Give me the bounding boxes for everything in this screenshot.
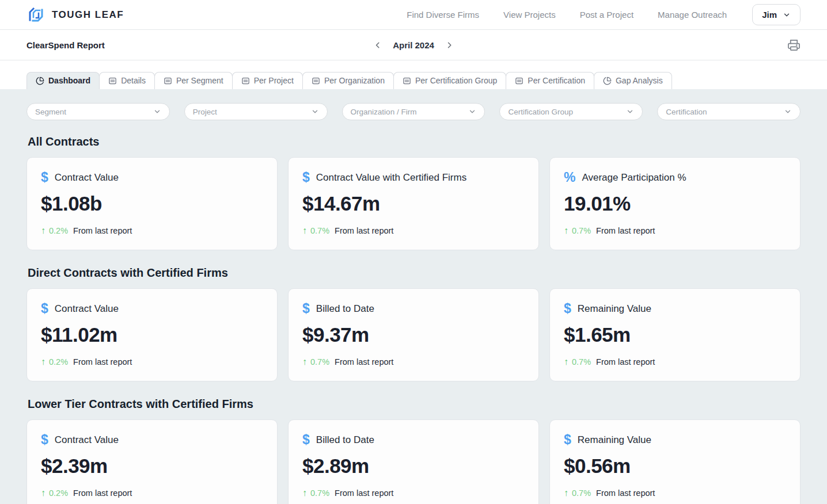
period-picker: April 2024 xyxy=(373,40,454,50)
tab-label: Details xyxy=(121,76,146,85)
metric-card-average-participation: % Average Participation % 19.01% ↑ 0.7% … xyxy=(549,157,801,250)
tab-per-organization[interactable]: Per Organization xyxy=(302,72,394,89)
nav-find-diverse-firms[interactable]: Find Diverse Firms xyxy=(407,10,479,20)
tab-label: Per Project xyxy=(254,76,294,85)
delta-note: From last report xyxy=(596,488,655,498)
organization-filter-dropdown[interactable]: Organization / Firm xyxy=(342,103,485,120)
metric-value: $11.02m xyxy=(41,323,263,346)
tab-per-certification-group[interactable]: Per Certification Group xyxy=(393,72,506,89)
delta-note: From last report xyxy=(73,488,132,498)
metric-label: Remaining Value xyxy=(578,434,651,446)
metric-card-lower-tier-billed-to-date: $ Billed to Date $2.89m ↑ 0.7% From last… xyxy=(288,419,539,504)
metric-card-contract-value-certified: $ Contract Value with Certified Firms $1… xyxy=(288,157,539,250)
arrow-up-icon: ↑ xyxy=(41,226,45,236)
arrow-up-icon: ↑ xyxy=(564,488,568,498)
delta-percent: 0.2% xyxy=(49,488,68,498)
delta-percent: 0.7% xyxy=(310,488,329,498)
delta-note: From last report xyxy=(335,226,393,235)
dashboard-content: Segment Project Organization / Firm Cert… xyxy=(0,89,827,504)
tab-label: Per Organization xyxy=(324,76,385,85)
brand-logo[interactable]: TOUGH LEAF xyxy=(26,5,124,25)
tab-dashboard[interactable]: Dashboard xyxy=(26,72,100,89)
tab-gap-analysis[interactable]: Gap Analysis xyxy=(594,72,672,89)
delta-note: From last report xyxy=(335,357,393,366)
user-name: Jim xyxy=(762,10,777,20)
list-card-icon xyxy=(312,77,320,85)
list-card-icon xyxy=(241,77,250,85)
tab-label: Per Certification Group xyxy=(415,76,497,85)
chevron-down-icon xyxy=(626,108,634,116)
pie-chart-icon xyxy=(36,77,44,85)
segment-filter-dropdown[interactable]: Segment xyxy=(26,103,170,120)
top-navigation: TOUGH LEAF Find Diverse Firms View Proje… xyxy=(0,0,827,30)
next-month-button[interactable] xyxy=(445,40,454,50)
chevron-down-icon xyxy=(784,108,792,116)
delta-note: From last report xyxy=(335,488,393,498)
certification-group-filter-dropdown[interactable]: Certification Group xyxy=(499,103,643,120)
previous-month-button[interactable] xyxy=(373,40,382,50)
arrow-up-icon: ↑ xyxy=(302,357,307,367)
metric-label: Contract Value xyxy=(55,434,119,446)
delta-percent: 0.7% xyxy=(572,226,591,235)
nav-manage-outreach[interactable]: Manage Outreach xyxy=(658,10,727,20)
tab-per-project[interactable]: Per Project xyxy=(232,72,303,89)
section-title-direct-contracts: Direct Contracts with Certified Firms xyxy=(28,266,801,280)
tough-leaf-logo-icon xyxy=(26,5,46,25)
percent-icon: % xyxy=(564,171,575,184)
delta-percent: 0.7% xyxy=(310,226,329,235)
list-card-icon xyxy=(515,77,523,85)
metric-value: $2.89m xyxy=(302,455,525,478)
card-row: $ Contract Value $1.08b ↑ 0.2% From last… xyxy=(26,157,801,250)
tab-label: Per Segment xyxy=(176,76,223,85)
tab-label: Per Certification xyxy=(528,76,585,85)
dollar-icon: $ xyxy=(302,433,310,446)
print-button[interactable] xyxy=(787,39,801,52)
filter-placeholder: Certification xyxy=(666,108,707,116)
tab-per-segment[interactable]: Per Segment xyxy=(154,72,233,89)
delta-note: From last report xyxy=(596,226,655,235)
arrow-up-icon: ↑ xyxy=(41,488,45,498)
project-filter-dropdown[interactable]: Project xyxy=(184,103,328,120)
dollar-icon: $ xyxy=(564,433,571,446)
metric-card-direct-billed-to-date: $ Billed to Date $9.37m ↑ 0.7% From last… xyxy=(288,288,539,381)
filter-placeholder: Project xyxy=(193,108,217,116)
metric-card-lower-tier-remaining-value: $ Remaining Value $0.56m ↑ 0.7% From las… xyxy=(549,419,801,504)
delta-percent: 0.7% xyxy=(310,357,329,366)
metric-label: Billed to Date xyxy=(316,303,374,315)
dollar-icon: $ xyxy=(41,302,48,315)
metric-label: Average Participation % xyxy=(582,172,686,184)
brand-name: TOUGH LEAF xyxy=(52,9,124,21)
delta-percent: 0.2% xyxy=(49,357,68,366)
metric-value: $1.65m xyxy=(564,323,786,346)
nav-view-projects[interactable]: View Projects xyxy=(503,10,556,20)
tab-per-certification[interactable]: Per Certification xyxy=(506,72,594,89)
dollar-icon: $ xyxy=(41,171,48,184)
chevron-down-icon xyxy=(468,108,476,116)
filter-placeholder: Organization / Firm xyxy=(351,108,417,116)
metric-card-contract-value: $ Contract Value $1.08b ↑ 0.2% From last… xyxy=(26,157,278,250)
dollar-icon: $ xyxy=(302,171,310,184)
list-card-icon xyxy=(403,77,411,85)
filter-placeholder: Certification Group xyxy=(508,108,573,116)
metric-label: Contract Value xyxy=(55,172,119,184)
chevron-down-icon xyxy=(311,108,319,116)
arrow-up-icon: ↑ xyxy=(302,488,307,498)
metric-value: $9.37m xyxy=(302,323,525,346)
dollar-icon: $ xyxy=(302,302,310,315)
delta-percent: 0.7% xyxy=(572,357,591,366)
filter-row: Segment Project Organization / Firm Cert… xyxy=(26,103,801,120)
list-card-icon xyxy=(108,77,117,85)
period-label: April 2024 xyxy=(393,40,434,50)
metric-label: Billed to Date xyxy=(316,434,374,446)
user-menu-button[interactable]: Jim xyxy=(752,4,801,25)
section-title-lower-tier-contracts: Lower Tier Contracts with Certified Firm… xyxy=(28,398,801,411)
page-title: ClearSpend Report xyxy=(26,40,105,50)
metric-card-direct-remaining-value: $ Remaining Value $1.65m ↑ 0.7% From las… xyxy=(549,288,801,381)
pie-chart-icon xyxy=(603,77,612,85)
metric-value: $2.39m xyxy=(41,455,263,478)
nav-post-a-project[interactable]: Post a Project xyxy=(580,10,633,20)
filter-placeholder: Segment xyxy=(35,108,66,116)
certification-filter-dropdown[interactable]: Certification xyxy=(657,103,801,120)
tab-details[interactable]: Details xyxy=(99,72,155,89)
arrow-up-icon: ↑ xyxy=(302,226,307,236)
